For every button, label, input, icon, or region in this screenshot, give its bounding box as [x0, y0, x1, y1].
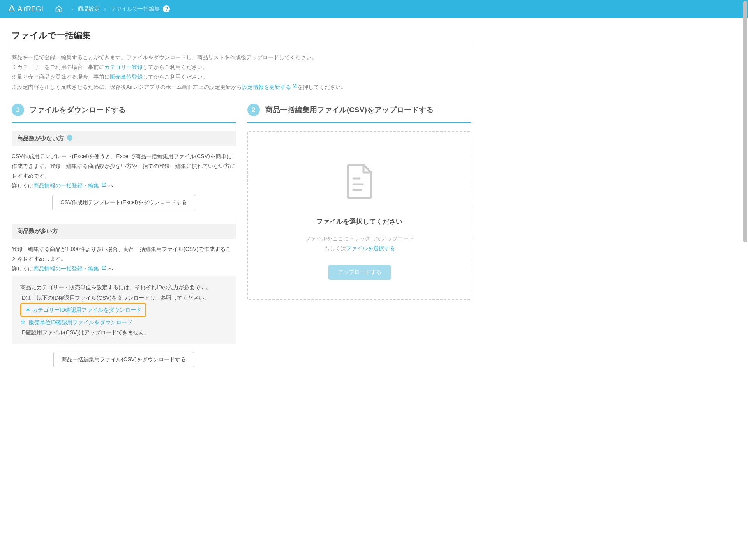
shield-icon [67, 135, 72, 142]
chevron-right-icon: › [71, 6, 73, 12]
bulk-edit-help-link-a[interactable]: 商品情報の一括登録・編集 [34, 182, 107, 189]
section-b-body: 登録・編集する商品が1,000件より多い場合、商品一括編集用ファイル(CSV)で… [12, 239, 236, 373]
breadcrumb-current: ファイルで一括編集 [111, 5, 160, 12]
intro-line4: ※設定内容を正しく反映させるために、保存後Airレジアプリのホーム画面左上の設定… [12, 82, 471, 92]
download-icon [20, 319, 26, 325]
scrollbar[interactable] [743, 1, 747, 242]
page-title: ファイルで一括編集 [12, 30, 471, 46]
upload-title: ファイルを選択してください [260, 217, 459, 226]
home-icon[interactable] [55, 5, 63, 13]
step2-header: 2 商品一括編集用ファイル(CSV)をアップロードする [247, 104, 471, 123]
download-template-button[interactable]: CSV作成用テンプレート(Excel)をダウンロードする [52, 195, 195, 210]
step1-number: 1 [12, 104, 24, 116]
section-b-heading: 商品数が多い方 [12, 224, 236, 239]
download-csv-button[interactable]: 商品一括編集用ファイル(CSV)をダウンロードする [53, 352, 194, 367]
intro-line3: ※量り売り商品を登録する場合、事前に販売単位登録してからご利用ください。 [12, 72, 471, 82]
download-unit-id-link[interactable]: 販売単位ID確認用ファイルをダウンロード [20, 319, 132, 325]
section-a-heading: 商品数が少ない方 [12, 131, 236, 146]
step1-header: 1 ファイルをダウンロードする [12, 104, 236, 123]
help-icon[interactable]: ? [163, 5, 170, 12]
upload-subtext: ファイルをここにドラッグしてアップロード もしくはファイルを選択する [260, 234, 459, 253]
intro-line1: 商品を一括で登録・編集することができます。ファイルをダウンロードし、商品リストを… [12, 53, 471, 62]
step1-title: ファイルをダウンロードする [30, 105, 126, 115]
logo-icon [8, 4, 16, 14]
intro-text: 商品を一括で登録・編集することができます。ファイルをダウンロードし、商品リストを… [12, 53, 471, 92]
category-register-link[interactable]: カテゴリー登録 [104, 64, 143, 70]
id-info-box: 商品にカテゴリー・販売単位を設定するには、それぞれIDの入力が必要です。 IDは… [12, 276, 236, 344]
step2-title: 商品一括編集用ファイル(CSV)をアップロードする [265, 105, 434, 115]
main-content: ファイルで一括編集 商品を一括で登録・編集することができます。ファイルをダウンロ… [0, 18, 483, 392]
external-link-icon [101, 181, 107, 191]
external-link-icon [101, 264, 107, 274]
bulk-edit-help-link-b[interactable]: 商品情報の一括登録・編集 [34, 265, 107, 272]
upload-button[interactable]: アップロードする [328, 265, 391, 280]
section-few-items: 商品数が少ない方 CSV作成用テンプレート(Excel)を使うと、Excelで商… [12, 131, 236, 216]
step2-number: 2 [247, 104, 260, 116]
external-link-icon [292, 82, 297, 92]
breadcrumb-products[interactable]: 商品設定 [78, 5, 100, 12]
file-icon [260, 163, 459, 201]
intro-line2: ※カテゴリーをご利用の場合、事前にカテゴリー登録してからご利用ください。 [12, 62, 471, 72]
breadcrumb: › 商品設定 › ファイルで一括編集 ? [67, 5, 170, 12]
chevron-right-icon: › [104, 6, 106, 12]
update-settings-link[interactable]: 設定情報を更新する [242, 84, 297, 90]
app-header: AirREGI › 商品設定 › ファイルで一括編集 ? [0, 0, 748, 18]
app-logo[interactable]: AirREGI [8, 4, 43, 14]
unit-register-link[interactable]: 販売単位登録 [110, 74, 143, 80]
upload-dropzone[interactable]: ファイルを選択してください ファイルをここにドラッグしてアップロード もしくはフ… [247, 131, 471, 300]
file-select-link[interactable]: ファイルを選択する [346, 245, 395, 251]
logo-text: AirREGI [18, 5, 43, 13]
section-many-items: 商品数が多い方 登録・編集する商品が1,000件より多い場合、商品一括編集用ファ… [12, 224, 236, 373]
download-category-id-link[interactable]: カテゴリーID確認用ファイルをダウンロード [20, 303, 146, 317]
step1-column: 1 ファイルをダウンロードする 商品数が少ない方 CSV作成用テンプレート(Ex… [12, 104, 236, 381]
download-icon [25, 305, 31, 315]
section-a-body: CSV作成用テンプレート(Excel)を使うと、Excelで商品一括編集用ファイ… [12, 146, 236, 216]
step2-column: 2 商品一括編集用ファイル(CSV)をアップロードする ファイルを選択してくださ… [247, 104, 471, 381]
